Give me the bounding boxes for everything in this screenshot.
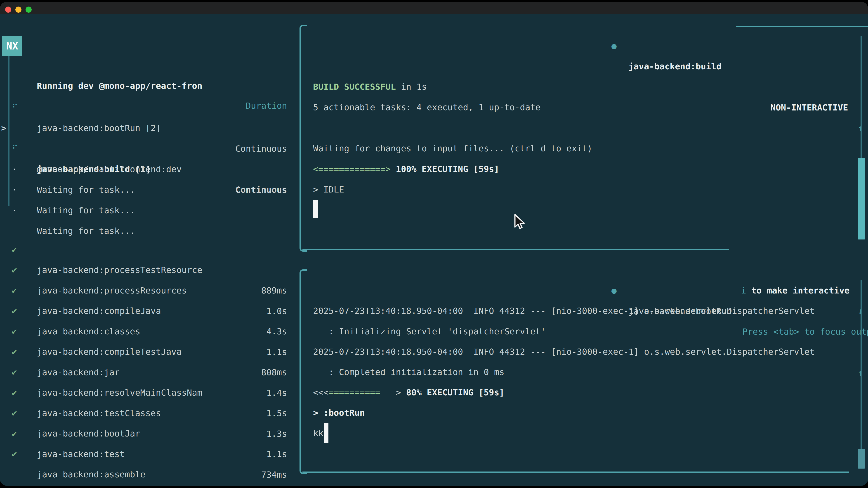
minimize-button[interactable]: [16, 6, 22, 13]
completed-task-row[interactable]: ✔ java-backend:assemble 774ms: [0, 423, 298, 444]
completed-task-row[interactable]: ✔ java-backend:processResources 1.0s: [0, 239, 298, 260]
task-row[interactable]: · Waiting for task...: [0, 159, 298, 180]
panel-bullet-icon: ●: [612, 36, 617, 56]
waiting-line: Waiting for changes to input files... (c…: [313, 138, 592, 159]
text-cursor: [324, 423, 329, 443]
interactive-key: i: [741, 286, 746, 295]
sidebar-header: NX Running dev @mono-app/react-fron Dura…: [0, 36, 298, 56]
panel-header[interactable]: ● java-backend:build NON-INTERACTIVE ↑: [300, 15, 868, 36]
pagination: ← 1/2 →: [11, 484, 48, 486]
interactive-hint: i to make interactive: [741, 281, 849, 301]
completed-task-row[interactable]: ✔ java-backend:compileJava 4.3s: [0, 260, 298, 280]
panel-border: [303, 471, 849, 473]
build-time-text: in 1s: [396, 82, 427, 92]
gradle-progress-line: <=============> 100% EXECUTING [59s]: [313, 159, 499, 180]
completed-task-row[interactable]: ✔ java-backend:bootJar 1.1s: [0, 382, 298, 403]
log-line: 2025-07-23T13:40:18.950-04:00 INFO 44312…: [313, 301, 815, 321]
mouse-cursor-icon: [511, 213, 527, 229]
scroll-up-icon[interactable]: ↑: [855, 363, 865, 383]
task-duration: 774ms: [261, 485, 287, 486]
terminal-window: NX Running dev @mono-app/react-fron Dura…: [0, 2, 868, 486]
completed-task-row[interactable]: ✔ java-backend:processTestResource 889ms: [0, 219, 298, 239]
panel-header[interactable]: ● java-backend:bootRun Press <tab> to fo…: [300, 260, 868, 281]
panel-border: [736, 26, 868, 27]
progress-label: 80% EXECUTING [59s]: [401, 387, 504, 397]
sidebar-footer: ← 1/2 → quit: q help: ?: [0, 463, 298, 484]
panel-bullet-icon: ●: [612, 281, 617, 301]
scroll-up-icon[interactable]: ↑: [855, 118, 865, 138]
zoom-button[interactable]: [26, 6, 32, 13]
text-cursor: [313, 200, 318, 218]
task-duration: 1.1s: [266, 444, 287, 464]
completed-task-row[interactable]: ✔ java-backend:classes 1.1s: [0, 280, 298, 301]
scrollbar-thumb[interactable]: [858, 449, 865, 468]
scrollbar-track[interactable]: [861, 36, 862, 158]
progress-prefix: <<<: [313, 387, 329, 397]
progress-label: 100% EXECUTING [59s]: [391, 164, 499, 174]
completed-task-row[interactable]: ✔ java-backend:compileTestJava 808ms: [0, 300, 298, 321]
task-row[interactable]: ⠋ java-backend:bootRun [2] Continuous: [0, 77, 298, 97]
task-row[interactable]: ⠋ @mono-app/react-frontend:dev Continuou…: [0, 118, 298, 138]
scroll-down-icon[interactable]: ↓: [855, 301, 865, 322]
panel-border: [303, 249, 729, 250]
stdin-input-line[interactable]: kk: [313, 423, 323, 444]
scrollbar-thumb[interactable]: [858, 158, 865, 239]
panel-footer: i to make interactive ↓: [300, 239, 868, 260]
interactive-text: to make interactive: [746, 286, 850, 295]
task-row-selected[interactable]: > ⠋ java-backend:build [1] Continuous: [0, 97, 298, 118]
completed-task-row[interactable]: ✔ java-backend:test 734ms: [0, 403, 298, 423]
pending-dot-icon: ·: [12, 200, 17, 221]
build-result-line: BUILD SUCCESSFUL in 1s: [313, 76, 427, 97]
task-prompt-line: > :bootRun: [313, 402, 365, 423]
progress-bar: <=============>: [313, 164, 391, 174]
progress-suffix: --->: [380, 387, 401, 397]
nx-logo: NX: [2, 36, 22, 56]
task-row[interactable]: · Waiting for task...: [0, 180, 298, 200]
scrollbar-track[interactable]: [861, 280, 862, 449]
panel-title: java-backend:build: [628, 56, 721, 77]
tasks-summary-line: 5 actionable tasks: 4 executed, 1 up-to-…: [313, 97, 541, 118]
idle-status-line: > IDLE: [313, 180, 344, 200]
panel-footer: ↓: [300, 462, 868, 483]
completed-task-row[interactable]: ✔ java-backend:resolveMainClassNam 1.5s: [0, 341, 298, 362]
task-row[interactable]: · Waiting for task...: [0, 138, 298, 159]
build-success-text: BUILD SUCCESSFUL: [313, 82, 396, 92]
log-line: 2025-07-23T13:40:18.950-04:00 INFO 44312…: [313, 341, 815, 362]
completed-task-row[interactable]: ✔ java-backend:jar 1.4s: [0, 321, 298, 341]
progress-bar: ==========: [329, 387, 380, 397]
mode-badge: NON-INTERACTIVE: [771, 97, 848, 118]
gradle-progress-line: <<<==========---> 80% EXECUTING [59s]: [313, 382, 504, 403]
log-line: : Completed initialization in 0 ms: [313, 362, 504, 383]
close-button[interactable]: [5, 6, 11, 13]
window-titlebar: [0, 2, 868, 14]
focus-hint: Press <tab> to focus output: [742, 322, 868, 342]
completed-task-row[interactable]: ✔ java-backend:testClasses 1.3s: [0, 362, 298, 383]
screen: NX Running dev @mono-app/react-fron Dura…: [0, 0, 868, 488]
terminal-body: NX Running dev @mono-app/react-fron Dura…: [0, 14, 868, 486]
log-line: : Initializing Servlet 'dispatcherServle…: [313, 321, 546, 342]
check-icon: ✔: [12, 444, 17, 464]
